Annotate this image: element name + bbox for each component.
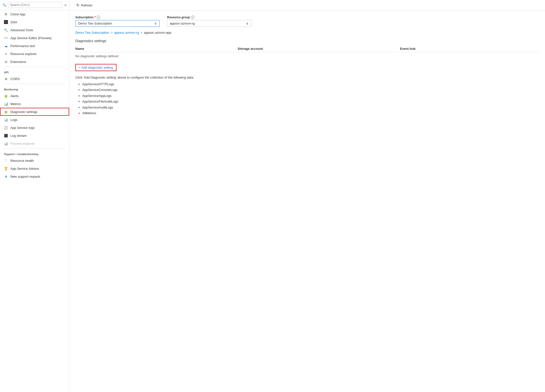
- col-event-hub: Event hub: [400, 45, 539, 52]
- alerts-icon: ▦: [4, 94, 8, 98]
- data-items-list: AppServiceHTTPLogsAppServiceConsoleLogsA…: [75, 81, 539, 116]
- sidebar-item-label: Performance test: [10, 44, 35, 48]
- section-label-support: Support + troubleshooting: [0, 150, 69, 157]
- required-marker: *: [94, 16, 96, 19]
- sidebar-item-label: Process explorer: [10, 142, 35, 145]
- sidebar-item-app-service-editor[interactable]: </> App Service Editor (Preview): [0, 34, 69, 42]
- advanced-tools-icon: 🔧: [4, 28, 8, 32]
- diagnostics-table: Name Storage account Event hub No diagno…: [75, 45, 539, 60]
- performance-test-icon: ☁: [4, 44, 8, 48]
- sidebar-item-resource-health[interactable]: ♡ Resource health: [0, 157, 69, 165]
- sidebar-item-label: Metrics: [10, 102, 21, 106]
- subscription-dropdown[interactable]: Demo Two Subscription ∨: [75, 20, 160, 27]
- resource-group-group: Resource group i appsvc-azmon-rg ∨: [167, 16, 251, 27]
- sidebar-item-resource-explorer[interactable]: ≡ Resource explorer: [0, 50, 69, 58]
- sidebar-item-label: Advanced Tools: [10, 28, 33, 32]
- process-explorer-icon: 📊: [4, 141, 8, 145]
- sidebar-item-app-service-logs[interactable]: 📋 App Service logs: [0, 124, 69, 132]
- sidebar-item-advanced-tools[interactable]: 🔧 Advanced Tools: [0, 26, 69, 34]
- refresh-button[interactable]: ↻ Refresh: [74, 2, 94, 8]
- sidebar-item-label: Logs: [10, 118, 17, 122]
- sidebar-item-label: App Service Advisor: [10, 167, 39, 170]
- col-name: Name: [75, 45, 238, 52]
- resource-group-info-icon[interactable]: i: [191, 16, 194, 19]
- subscription-chevron-icon: ∨: [154, 22, 157, 25]
- sidebar-item-cors[interactable]: ⊕ CORS: [0, 75, 69, 83]
- subscription-group: Subscription * i Demo Two Subscription ∨: [75, 16, 160, 27]
- sidebar-content: ⚙ Clone App ▪ SSH 🔧 Advanced Tools </> A…: [0, 10, 69, 392]
- subscription-label: Subscription * i: [75, 16, 160, 19]
- app-service-logs-icon: 📋: [4, 126, 8, 130]
- main-panel: ↻ Refresh Subscription * i Demo Two Subs…: [69, 0, 545, 392]
- divider-api: [4, 67, 65, 67]
- list-item: AppServiceAppLogs: [82, 93, 539, 99]
- sidebar-item-ssh[interactable]: ▪ SSH: [0, 18, 69, 26]
- subscription-info-icon[interactable]: i: [97, 16, 100, 19]
- log-stream-icon: ⬛: [4, 134, 8, 138]
- sidebar-item-alerts[interactable]: ▦ Alerts: [0, 92, 69, 100]
- sidebar-item-extensions[interactable]: ⊞ Extensions: [0, 58, 69, 66]
- toolbar: ↻ Refresh: [69, 0, 545, 11]
- section-label-api: API: [0, 68, 69, 75]
- breadcrumb-resource: appsvc-azmon-app: [144, 31, 172, 34]
- clone-app-icon: ⚙: [4, 12, 8, 16]
- add-diagnostic-setting-button[interactable]: + Add diagnostic setting: [75, 64, 116, 71]
- sidebar-item-label: App Service Editor (Preview): [10, 36, 52, 40]
- sidebar-item-log-stream[interactable]: ⬛ Log stream: [0, 132, 69, 140]
- resource-group-dropdown[interactable]: appsvc-azmon-rg ∨: [167, 20, 251, 27]
- resource-group-label: Resource group i: [167, 16, 251, 19]
- breadcrumb-sep-2: >: [141, 31, 143, 34]
- breadcrumb-sep-1: >: [111, 31, 113, 34]
- no-settings-text: No diagnostic settings defined: [75, 52, 539, 60]
- sidebar-item-performance-test[interactable]: ☁ Performance test: [0, 42, 69, 50]
- sidebar-item-label: Resource health: [10, 159, 34, 163]
- new-support-request-icon: ⊕: [4, 174, 8, 178]
- sidebar-item-label: Log stream: [10, 134, 27, 138]
- metrics-icon: 📊: [4, 102, 8, 106]
- resource-group-value: appsvc-azmon-rg: [170, 22, 195, 25]
- refresh-label: Refresh: [81, 3, 92, 7]
- sidebar-item-diagnostic-settings[interactable]: ▦ Diagnostic settings: [0, 108, 69, 116]
- search-icon: 🔍: [2, 3, 6, 7]
- section-title: Diagnostics settings: [75, 39, 539, 43]
- sidebar-item-label: Extensions: [10, 60, 26, 64]
- collapse-sidebar-icon[interactable]: «: [64, 3, 67, 7]
- sidebar-item-label: SSH: [10, 20, 17, 24]
- sidebar: 🔍 « ⚙ Clone App ▪ SSH 🔧 Advanced Tools <…: [0, 0, 69, 392]
- diagnostic-settings-icon: ▦: [4, 110, 8, 114]
- logs-icon: 📊: [4, 118, 8, 122]
- sidebar-item-new-support-request[interactable]: ⊕ New support request: [0, 172, 69, 180]
- list-item: AppServiceAuditLogs: [82, 105, 539, 110]
- sidebar-item-clone-app[interactable]: ⚙ Clone App: [0, 10, 69, 18]
- sidebar-item-label: App Service logs: [10, 126, 35, 130]
- resource-health-icon: ♡: [4, 159, 8, 163]
- breadcrumb-subscription[interactable]: Demo Two Subscription: [75, 31, 109, 34]
- list-item: AppServiceFileAuditLogs: [82, 99, 539, 104]
- subscription-value: Demo Two Subscription: [78, 22, 112, 25]
- sidebar-item-metrics[interactable]: 📊 Metrics: [0, 100, 69, 108]
- sidebar-item-logs[interactable]: 📊 Logs: [0, 116, 69, 124]
- extensions-icon: ⊞: [4, 60, 8, 64]
- form-row: Subscription * i Demo Two Subscription ∨…: [75, 16, 539, 27]
- info-text: Click 'Add Diagnostic setting' above to …: [75, 76, 539, 79]
- sidebar-item-label: Resource explorer: [10, 52, 37, 56]
- sidebar-item-label: CORS: [10, 77, 20, 81]
- col-storage-account: Storage account: [238, 45, 400, 52]
- section-label-monitoring: Monitoring: [0, 85, 69, 92]
- breadcrumb-resource-group[interactable]: appsvc-azmon-rg: [114, 31, 139, 34]
- app-service-editor-icon: </>: [4, 36, 8, 40]
- ssh-icon: ▪: [4, 20, 8, 24]
- sidebar-item-app-service-advisor[interactable]: 🏆 App Service Advisor: [0, 165, 69, 172]
- sidebar-item-label: Clone App: [10, 12, 25, 16]
- refresh-icon: ↻: [76, 3, 80, 7]
- breadcrumb: Demo Two Subscription > appsvc-azmon-rg …: [75, 31, 539, 34]
- divider-monitoring: [4, 84, 65, 84]
- sidebar-item-process-explorer: 📊 Process explorer: [0, 140, 69, 147]
- table-row-no-settings: No diagnostic settings defined: [75, 52, 539, 60]
- list-item: AppServiceHTTPLogs: [82, 81, 539, 87]
- sidebar-item-label: New support request: [10, 175, 40, 178]
- resource-group-chevron-icon: ∨: [246, 22, 249, 25]
- list-item: AppServiceConsoleLogs: [82, 87, 539, 93]
- search-input[interactable]: [8, 2, 62, 8]
- add-diagnostic-setting-label: + Add diagnostic setting: [79, 66, 113, 69]
